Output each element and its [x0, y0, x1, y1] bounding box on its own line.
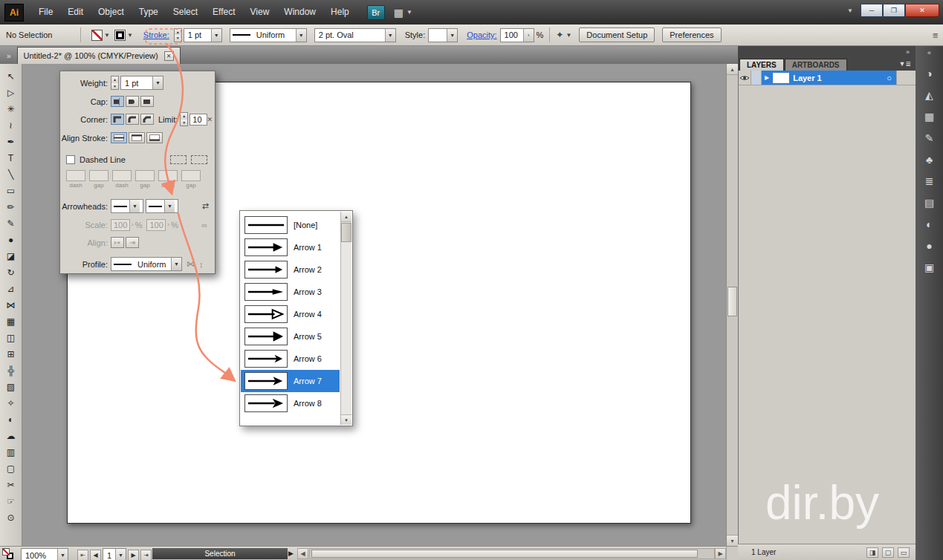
menu-object[interactable]: Object	[91, 0, 132, 25]
workspace-switcher[interactable]: ▦ ▼	[394, 7, 412, 18]
arrowhead-end-dropdown[interactable]: ▼	[146, 199, 178, 213]
stroke-weight-stepper[interactable]: ▲▼	[174, 28, 182, 42]
horizontal-scrollbar-thumb[interactable]	[311, 550, 698, 558]
arrowhead-option-8[interactable]: Arrow 8	[241, 392, 340, 414]
eraser-tool[interactable]: ◪	[2, 248, 20, 264]
app-bar-menu-icon[interactable]: ▼	[847, 7, 853, 14]
hand-tool[interactable]: ☞	[2, 493, 20, 509]
symbol-sprayer-tool[interactable]: ☁	[2, 428, 20, 444]
lock-toggle[interactable]	[751, 71, 762, 85]
control-panel-menu-icon[interactable]: ≣	[933, 31, 939, 39]
lasso-tool[interactable]: ≀	[2, 117, 20, 134]
vertical-scrollbar[interactable]: ▲ ▼	[726, 64, 738, 546]
weight-stepper[interactable]: ▲▼	[111, 76, 119, 90]
free-transform-tool[interactable]: ▦	[2, 313, 20, 330]
first-artboard-icon[interactable]: ⇤	[77, 550, 88, 560]
fill-color-control[interactable]: ▼	[91, 30, 110, 41]
horizontal-scrollbar[interactable]	[309, 548, 715, 559]
stroke-color-control[interactable]: ▼	[114, 30, 133, 41]
direct-selection-tool[interactable]: ▷	[2, 85, 20, 101]
arrowhead-option-3[interactable]: Arrow 3	[241, 281, 340, 303]
limit-field[interactable]: 10	[189, 114, 207, 126]
arrowhead-option-5[interactable]: Arrow 5	[241, 325, 340, 348]
graphic-styles-panel-button[interactable]: ▤	[916, 192, 943, 213]
paintbrush-tool[interactable]: ✏	[2, 199, 20, 215]
selection-tool[interactable]: ↖	[2, 68, 20, 85]
gap-field-3[interactable]	[181, 170, 201, 181]
swap-arrowheads-icon[interactable]: ⇄	[202, 201, 209, 211]
panel-close-icon[interactable]: ✕	[207, 116, 213, 123]
type-tool[interactable]: T	[2, 150, 20, 166]
dashed-line-checkbox[interactable]	[66, 155, 75, 164]
shape-builder-tool[interactable]: ◫	[2, 330, 20, 346]
zoom-level-dropdown[interactable]: 100% ▼	[21, 548, 68, 560]
brush-definition-dropdown[interactable]: 2 pt. Oval ▼	[314, 28, 396, 42]
arrowhead-option-7-selected[interactable]: Arrow 7	[241, 370, 340, 392]
color-panel-button[interactable]: ◑	[916, 62, 943, 84]
artboard-number-field[interactable]: 1 ▼	[103, 548, 126, 560]
delete-layer-icon[interactable]: ▭	[898, 547, 910, 558]
scroll-down-icon[interactable]: ▼	[727, 535, 738, 546]
arrowhead-option-2[interactable]: Arrow 2	[241, 258, 340, 281]
limit-stepper[interactable]: ▲▼	[180, 112, 188, 126]
align-arrowhead-extend-button[interactable]: ↦	[111, 237, 124, 248]
rectangle-tool[interactable]: ▭	[2, 183, 20, 199]
dropdown-scrollbar[interactable]: ▲ ▼	[340, 212, 351, 425]
style-dropdown[interactable]: ▼	[428, 28, 458, 42]
stroke-weight-dropdown[interactable]: 1 pt ▼	[184, 28, 222, 42]
document-tab[interactable]: Untitled-2* @ 100% (CMYK/Preview) ✕	[17, 47, 181, 64]
scale-tool[interactable]: ⊿	[2, 281, 20, 297]
eyedropper-tool[interactable]: ✧	[2, 395, 20, 411]
color-guide-panel-button[interactable]: ◭	[916, 84, 943, 105]
vertical-scrollbar-thumb[interactable]	[727, 287, 737, 316]
expand-panels-icon[interactable]: «	[916, 46, 943, 62]
profile-dropdown[interactable]: Uniform ▼	[111, 257, 182, 271]
menu-file[interactable]: File	[31, 0, 60, 25]
scroll-up-icon[interactable]: ▲	[727, 64, 738, 75]
gap-field-2[interactable]	[135, 170, 155, 181]
dash-field-2[interactable]	[112, 170, 132, 181]
butt-cap-button[interactable]	[111, 96, 124, 107]
link-scale-icon[interactable]: ∞	[201, 221, 207, 229]
expand-triangle-icon[interactable]: ▶	[765, 74, 769, 81]
layer-name[interactable]: Layer 1	[793, 74, 822, 82]
round-join-button[interactable]	[126, 114, 139, 125]
width-tool[interactable]: ⋈	[2, 297, 20, 313]
swatches-panel-button[interactable]: ▦	[916, 105, 943, 127]
scroll-right-icon[interactable]: ▶	[715, 548, 726, 559]
scroll-left-icon[interactable]: ◀	[297, 548, 308, 559]
projecting-cap-button[interactable]	[140, 96, 154, 107]
transparency-panel-button[interactable]: ◐	[916, 213, 943, 235]
magic-wand-tool[interactable]: ✳	[2, 101, 20, 117]
status-menu-arrow-icon[interactable]: ▶	[288, 550, 294, 557]
menu-help[interactable]: Help	[323, 0, 357, 25]
layer-target-icon[interactable]: ○	[887, 74, 892, 82]
preferences-button[interactable]: Preferences	[662, 27, 721, 42]
round-cap-button[interactable]	[126, 96, 139, 107]
menu-edit[interactable]: Edit	[60, 0, 91, 25]
opacity-field[interactable]: 100 ›	[500, 28, 534, 42]
restore-button[interactable]: ❐	[883, 4, 905, 17]
panel-menu-icon[interactable]: ▼≣	[899, 60, 911, 68]
document-setup-button[interactable]: Document Setup	[579, 27, 655, 42]
fill-stroke-indicator[interactable]	[2, 548, 13, 559]
variable-width-dropdown[interactable]: Uniform ▼	[230, 28, 307, 42]
scroll-down-icon[interactable]: ▼	[341, 414, 351, 425]
weight-dropdown[interactable]: 1 pt ▼	[120, 76, 163, 90]
stroke-panel-link[interactable]: Stroke:	[143, 30, 169, 39]
close-button[interactable]: ✕	[905, 4, 939, 17]
scale-start-field[interactable]: 100	[111, 219, 130, 231]
last-artboard-icon[interactable]: ⇥	[140, 550, 152, 560]
tab-close-icon[interactable]: ✕	[164, 51, 174, 61]
mesh-tool[interactable]: ╬	[2, 362, 20, 379]
dash-field-1[interactable]	[66, 170, 85, 181]
blend-tool[interactable]: ◐	[2, 411, 20, 428]
align-dash-icon[interactable]	[191, 155, 207, 164]
toolbar-collapse-icon[interactable]: »	[7, 52, 11, 60]
opacity-panel-link[interactable]: Opacity:	[467, 30, 496, 39]
column-graph-tool[interactable]: ▥	[2, 444, 20, 460]
new-layer-icon[interactable]: ▢	[882, 547, 894, 558]
miter-join-button[interactable]	[111, 114, 124, 125]
dash-field-3[interactable]	[158, 170, 178, 181]
flip-along-icon[interactable]: ⋈	[187, 259, 195, 269]
